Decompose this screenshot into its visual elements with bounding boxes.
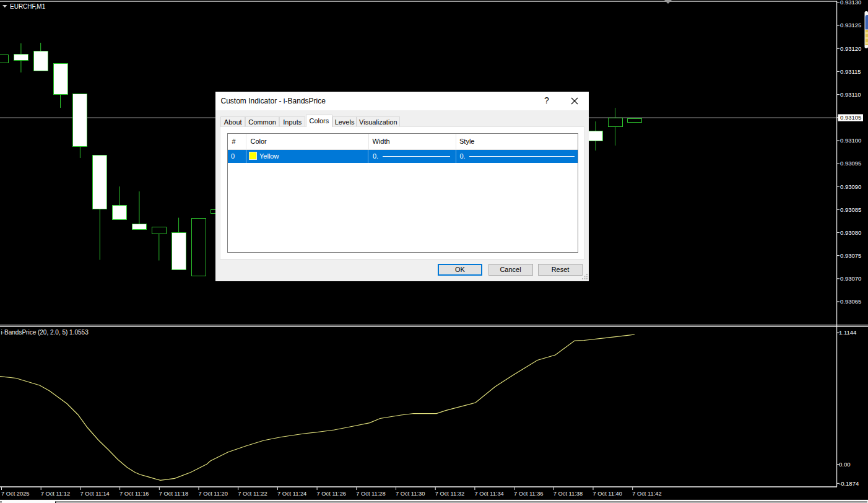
svg-text:i-BandsPrice (20, 2.0, 5) 1.05: i-BandsPrice (20, 2.0, 5) 1.0553 — [1, 329, 89, 336]
svg-text:0.93125: 0.93125 — [840, 22, 861, 28]
svg-text:EURCHF,M1: EURCHF,M1 — [10, 3, 46, 10]
svg-text:0.93075: 0.93075 — [840, 252, 861, 259]
svg-text:7 Oct 11:28: 7 Oct 11:28 — [356, 491, 385, 497]
svg-text:0.93105: 0.93105 — [840, 114, 861, 121]
svg-text:1.1144: 1.1144 — [839, 329, 856, 336]
svg-text:7 Oct 11:22: 7 Oct 11:22 — [238, 491, 267, 497]
svg-text:7 Oct 2025: 7 Oct 2025 — [1, 491, 29, 497]
svg-text:7 Oct 11:40: 7 Oct 11:40 — [593, 491, 622, 497]
svg-text:0.93115: 0.93115 — [840, 68, 861, 75]
svg-text:7 Oct 11:26: 7 Oct 11:26 — [317, 491, 346, 497]
svg-text:0.93095: 0.93095 — [840, 160, 861, 167]
svg-text:0.93100: 0.93100 — [840, 137, 861, 144]
svg-text:7 Oct 11:20: 7 Oct 11:20 — [199, 491, 228, 497]
svg-text:7 Oct 11:36: 7 Oct 11:36 — [514, 491, 543, 497]
svg-text:7 Oct 11:32: 7 Oct 11:32 — [435, 491, 464, 497]
svg-text:0.93120: 0.93120 — [840, 45, 861, 52]
svg-text:0.93070: 0.93070 — [840, 275, 861, 282]
svg-text:0.00: 0.00 — [839, 461, 851, 468]
svg-text:7 Oct 11:16: 7 Oct 11:16 — [119, 491, 149, 497]
svg-text:0.93110: 0.93110 — [840, 91, 861, 98]
svg-text:0.93130: 0.93130 — [840, 0, 861, 6]
svg-text:7 Oct 11:38: 7 Oct 11:38 — [553, 491, 583, 497]
svg-text:0.93065: 0.93065 — [840, 298, 861, 305]
svg-text:7 Oct 11:30: 7 Oct 11:30 — [396, 491, 425, 497]
svg-text:7 Oct 11:14: 7 Oct 11:14 — [80, 491, 109, 497]
svg-text:7 Oct 11:24: 7 Oct 11:24 — [277, 491, 306, 497]
svg-text:7 Oct 11:18: 7 Oct 11:18 — [159, 491, 188, 497]
svg-text:0.93080: 0.93080 — [840, 229, 861, 236]
svg-text:-0.1874: -0.1874 — [839, 480, 859, 487]
svg-text:7 Oct 11:42: 7 Oct 11:42 — [632, 491, 661, 497]
svg-text:0.93090: 0.93090 — [840, 183, 861, 190]
svg-text:7 Oct 11:12: 7 Oct 11:12 — [41, 491, 70, 497]
svg-text:7 Oct 11:34: 7 Oct 11:34 — [474, 491, 503, 497]
svg-text:0.93085: 0.93085 — [840, 206, 861, 213]
